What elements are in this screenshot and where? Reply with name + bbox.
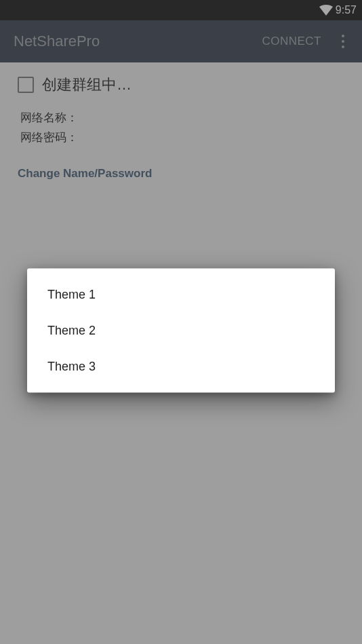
theme-dialog: Theme 1 Theme 2 Theme 3	[27, 269, 335, 393]
theme-option-1[interactable]: Theme 1	[27, 277, 335, 313]
theme-option-3[interactable]: Theme 3	[27, 349, 335, 385]
theme-option-2[interactable]: Theme 2	[27, 313, 335, 349]
